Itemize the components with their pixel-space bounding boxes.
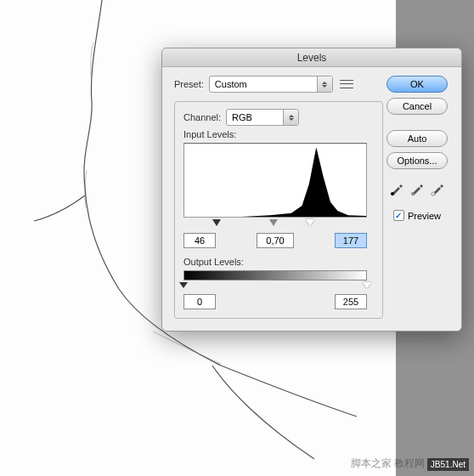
channel-select[interactable]: RGB (226, 109, 299, 126)
output-black-field[interactable]: 0 (183, 294, 216, 309)
channel-value: RGB (232, 112, 252, 122)
output-black-handle[interactable] (179, 282, 188, 292)
gray-point-handle[interactable] (269, 219, 278, 230)
output-levels-label: Output Levels: (183, 257, 374, 267)
eyedropper-white-icon[interactable] (430, 181, 445, 196)
channel-label: Channel: (183, 112, 221, 122)
svg-point-1 (411, 192, 415, 196)
preset-menu-icon[interactable] (340, 78, 353, 90)
chevron-updown-icon (317, 76, 332, 92)
watermark-text: 脚本之家 教程网 (351, 456, 425, 471)
output-gradient (183, 270, 367, 280)
svg-point-2 (432, 192, 435, 196)
preview-label: Preview (408, 211, 441, 221)
preset-select[interactable]: Custom (209, 76, 333, 93)
white-point-handle[interactable] (306, 219, 314, 230)
svg-point-0 (391, 192, 394, 196)
options-button[interactable]: Options... (387, 152, 448, 169)
output-slider[interactable] (183, 282, 367, 291)
dialog-title: Levels (162, 48, 461, 67)
eyedropper-black-icon[interactable] (389, 181, 404, 196)
input-levels-label: Input Levels: (183, 129, 236, 139)
preset-value: Custom (215, 79, 247, 89)
cancel-button[interactable]: Cancel (387, 98, 448, 115)
auto-button[interactable]: Auto (387, 130, 448, 147)
input-mid-field[interactable]: 0,70 (257, 233, 294, 248)
black-point-handle[interactable] (212, 219, 221, 230)
input-slider[interactable] (183, 219, 367, 230)
input-white-field[interactable]: 177 (335, 233, 367, 248)
input-black-field[interactable]: 46 (183, 233, 216, 248)
watermark-badge: JB51.Net (427, 458, 469, 471)
histogram (183, 143, 367, 218)
output-white-field[interactable]: 255 (335, 294, 367, 309)
preview-checkbox[interactable]: ✓ (393, 210, 404, 221)
levels-dialog: Levels Preset: Custom Channel: RGB (161, 48, 462, 332)
ok-button[interactable]: OK (387, 76, 448, 93)
preset-label: Preset: (174, 79, 204, 89)
output-white-handle[interactable] (363, 282, 371, 292)
eyedropper-gray-icon[interactable] (409, 181, 425, 196)
chevron-updown-icon (283, 110, 298, 125)
